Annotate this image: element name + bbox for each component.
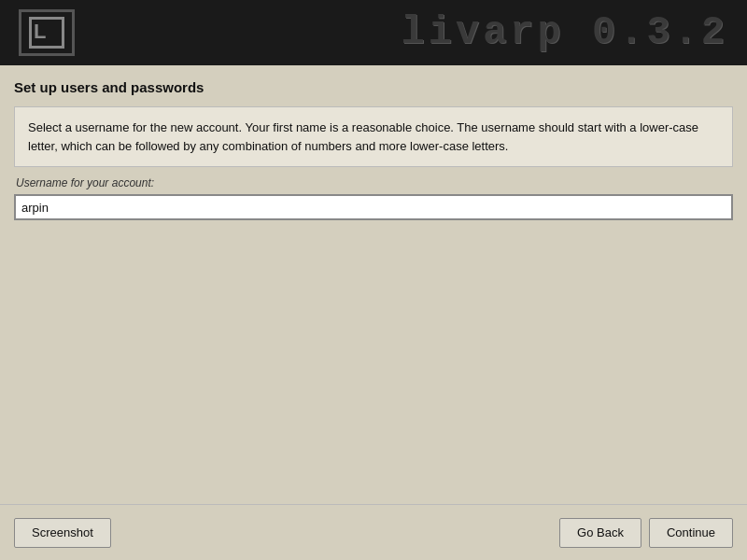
info-text: Select a username for the new account. Y… (28, 120, 698, 153)
section-title: Set up users and passwords (14, 79, 733, 95)
main-content: Set up users and passwords Select a user… (0, 65, 747, 504)
header-bar: L livarp 0.3.2 (0, 0, 747, 65)
app-title: livarp 0.3.2 (402, 10, 728, 55)
info-box: Select a username for the new account. Y… (14, 106, 733, 167)
screenshot-button[interactable]: Screenshot (14, 518, 111, 548)
footer-bar: Screenshot Go Back Continue (0, 504, 747, 560)
footer-right: Go Back Continue (559, 518, 733, 548)
go-back-button[interactable]: Go Back (559, 518, 641, 548)
username-input[interactable] (14, 194, 733, 220)
logo-inner: L (29, 17, 64, 49)
username-label: Username for your account: (14, 176, 733, 189)
continue-button[interactable]: Continue (649, 518, 733, 548)
logo-l-icon: L (34, 21, 46, 42)
logo-box: L (19, 9, 75, 56)
